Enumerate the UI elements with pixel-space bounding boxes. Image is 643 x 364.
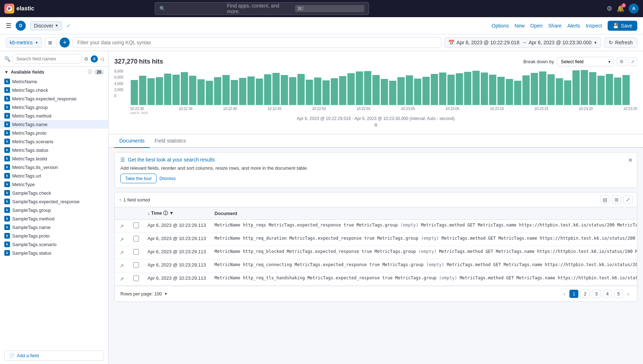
row-expand-button[interactable]: ↗ [119,223,125,230]
field-item-metrictags-method[interactable]: k MetricTags.method [0,111,108,120]
svg-rect-50 [539,71,546,105]
prev-page-button[interactable]: ‹ [561,290,567,298]
inspect-link[interactable]: Inspect [586,23,602,29]
save-button[interactable]: 💾 Save [608,21,637,31]
filter-button[interactable]: ⊞ [45,38,57,48]
index-selector[interactable]: k6-metrics ▼ [6,37,42,48]
full-screen-button[interactable]: ⤢ [623,195,633,204]
rows-per-page-selector[interactable]: Rows per page: 100 ▼ [120,291,168,296]
row-expand-button[interactable]: ↗ [119,262,125,269]
row-expand-button[interactable]: ↗ [119,236,125,243]
elastic-logo[interactable]: elastic [4,4,34,14]
svg-rect-54 [572,70,579,105]
settings-icon[interactable]: ⚙ [607,5,612,13]
field-item-metrictype[interactable]: k MetricType [0,180,108,189]
row-checkbox[interactable] [133,262,139,268]
kql-input[interactable] [73,37,441,48]
field-item-metrictags-expected[interactable]: k MetricTags.expected_response [0,94,108,103]
page-2-button[interactable]: 2 [580,290,589,298]
field-item-sampletags-name[interactable]: k SampleTags.name [0,223,108,231]
svg-rect-1 [131,80,138,105]
search-field-names-input[interactable] [13,54,82,64]
row-checkbox[interactable] [133,223,139,228]
pagination: Rows per page: 100 ▼ ‹ 1 2 3 4 5 › [115,286,637,301]
dismiss-banner-button[interactable]: Dismiss [159,174,176,183]
breakdown-select[interactable]: Select field [557,57,614,66]
field-item-sampletags-method[interactable]: k SampleTags.method [0,214,108,223]
add-field-button[interactable]: 📄 Add a field [4,350,104,361]
field-item-sampletags-status[interactable]: k SampleTags.status [0,249,108,257]
field-item-metrictags-scenario[interactable]: k MetricTags.scenario [0,137,108,146]
open-link[interactable]: Open [530,23,543,29]
svg-rect-31 [381,79,388,105]
field-name: MetricTags.check [12,88,48,93]
svg-rect-58 [606,74,613,105]
field-item-metrictags-check[interactable]: k MetricTags.check [0,86,108,94]
banner-close-button[interactable]: ✕ [628,157,633,164]
next-page-button[interactable]: › [625,290,631,298]
field-item-sampletags-scenario[interactable]: k SampleTags.scenario [0,240,108,249]
add-filter-button[interactable]: + [60,38,70,48]
field-item-sampletags-check[interactable]: k SampleTags.check [0,189,108,197]
field-item-metrictags-group[interactable]: k MetricTags.group [0,103,108,111]
share-link[interactable]: Share [548,23,562,29]
elastic-logo-text: elastic [16,5,34,12]
svg-rect-41 [464,72,471,105]
take-tour-button[interactable]: Take the tour [120,174,156,183]
documents-table-container: ↑ 1 field sorted ▤ ⊞ ⤢ ↓ Time ⓘ ▼ Docume… [114,192,637,302]
field-item-sampletags-group[interactable]: k SampleTags.group [0,206,108,214]
hamburger-menu[interactable]: ☰ [6,22,11,30]
global-search-bar[interactable]: 🔍 Find apps, content, and more. ⌘/ [155,2,369,15]
field-name: SampleTags.status [12,250,51,256]
field-item-sampletags-proto[interactable]: k SampleTags.proto [0,231,108,240]
tab-field-statistics[interactable]: Field statistics [150,134,191,148]
field-name: MetricType [12,182,35,187]
x-label-2: 10:22:35 [179,107,193,115]
save-label: Save [621,23,632,29]
page-1-button[interactable]: 1 [569,290,578,298]
svg-rect-38 [439,73,446,105]
discover-app-button[interactable]: Discover ▼ [30,21,62,30]
row-expand-button[interactable]: ↗ [119,249,125,256]
field-item-metrictags-testid[interactable]: k MetricTags.testid [0,154,108,163]
time-column-header[interactable]: ↓ Time ⓘ ▼ [143,207,210,220]
field-item-metrictags-tls[interactable]: k MetricTags.tls_version [0,163,108,171]
svg-rect-47 [514,81,521,105]
options-link[interactable]: Options [492,23,509,29]
tab-documents[interactable]: Documents [114,134,150,148]
svg-rect-10 [206,81,213,105]
sidebar: 🔍 ⚙ 0 ◁ ▼ Available fields ⓘ 26 k Metric… [0,51,109,364]
time-range-selector[interactable]: 📅 Apr 6, 2023 @ 10:22:29.018 → Apr 6, 20… [444,37,601,48]
notifications-icon[interactable]: 🔔 2 [617,5,624,13]
grid-view-button[interactable]: ⊞ [612,195,621,204]
refresh-button[interactable]: ↻ Refresh [604,37,637,48]
breakdown-label: Break down by [523,59,554,64]
row-checkbox[interactable] [133,236,139,241]
chart-settings-button[interactable]: ⚙ [617,57,626,66]
field-item-metrictags-url[interactable]: k MetricTags.url [0,171,108,180]
document-cell: MetricName http_req_blocked MetricTags.e… [210,246,637,259]
field-item-metrictags-name[interactable]: k MetricTags.name [0,120,108,129]
field-item-sampletags-expected[interactable]: k SampleTags.expected_response [0,197,108,206]
alerts-link[interactable]: Alerts [567,23,580,29]
row-checkbox[interactable] [133,275,139,281]
add-field-icon: 📄 [9,353,15,358]
field-item-metrictags-status[interactable]: k MetricTags.status [0,146,108,154]
row-expand-button[interactable]: ↗ [119,275,125,283]
user-avatar[interactable]: A [629,4,639,14]
single-column-view-button[interactable]: ▤ [600,195,610,204]
filter-options-icon[interactable]: ⚙ [84,56,89,62]
row-checkbox[interactable] [133,249,139,255]
chart-expand-button[interactable]: ⤢ [628,57,637,66]
page-3-button[interactable]: 3 [592,290,601,298]
page-5-button[interactable]: 5 [614,290,623,298]
chart-drag-handle[interactable]: ≡ [114,122,637,128]
svg-rect-13 [231,80,238,105]
available-fields-header[interactable]: ▼ Available fields ⓘ 26 [0,67,108,77]
new-link[interactable]: New [515,23,525,29]
field-item-metrictags-proto[interactable]: k MetricTags.proto [0,129,108,137]
field-item-metricname[interactable]: k MetricName [0,77,108,86]
field-type-icon: k [4,250,10,256]
collapse-sidebar-button[interactable]: ◁ [100,56,104,62]
page-4-button[interactable]: 4 [603,290,612,298]
